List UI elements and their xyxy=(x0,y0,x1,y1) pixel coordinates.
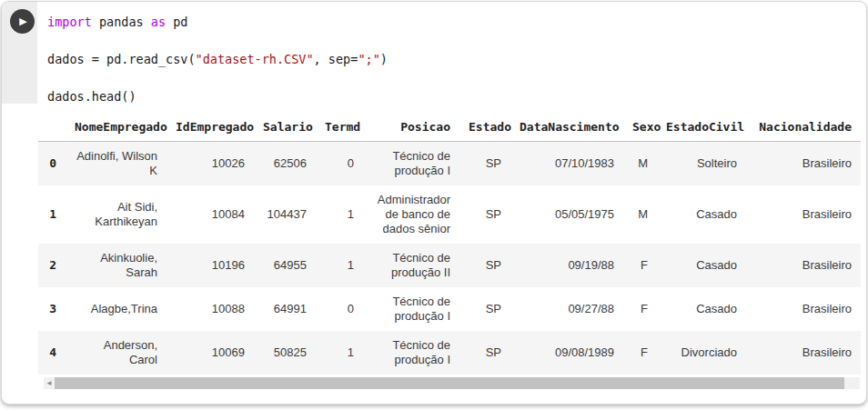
horizontal-scrollbar[interactable]: ◄ xyxy=(44,377,860,389)
table-cell: SP xyxy=(459,244,510,287)
column-header-salario: Salario xyxy=(254,115,316,142)
table-cell: Casado xyxy=(657,287,746,331)
table-cell: 1 xyxy=(316,244,363,287)
row-index: 2 xyxy=(38,244,66,287)
table-cell: F xyxy=(623,244,657,287)
table-cell: Administrador de banco de dados sênior xyxy=(363,185,459,244)
table-cell: F xyxy=(623,331,657,375)
table-cell: Akinkuolie, Sarah xyxy=(66,244,167,287)
run-cell-button[interactable]: ▶ xyxy=(10,9,35,34)
table-cell: Brasileiro xyxy=(746,142,861,186)
code-token: import xyxy=(47,15,92,29)
column-header-estado: Estado xyxy=(459,115,510,142)
code-line: dados.head() xyxy=(47,87,857,106)
table-cell: Técnico de produção II xyxy=(363,244,459,287)
table-cell: Solteiro xyxy=(657,142,746,186)
table-cell: Brasileiro xyxy=(746,244,861,287)
table-cell: Técnico de produção I xyxy=(363,331,459,375)
table-cell: 07/10/1983 xyxy=(510,142,623,186)
code-token: pd xyxy=(166,15,187,29)
notebook-cell: ▶ import pandas as pd dados = pd.read_cs… xyxy=(1,1,867,405)
table-cell: Anderson, Carol xyxy=(66,331,167,375)
row-index: 3 xyxy=(38,287,66,331)
table-cell: 62506 xyxy=(254,142,316,186)
table-row: 1 Ait Sidi, Karthikeyan 10084 104437 1 A… xyxy=(38,185,861,244)
table-cell: F xyxy=(623,287,657,331)
index-corner xyxy=(38,115,66,142)
table-cell: 10069 xyxy=(167,331,254,375)
header-row: NomeEmpregado IdEmpregado Salario Termd … xyxy=(38,115,861,142)
table-row: 4 Anderson, Carol 10069 50825 1 Técnico … xyxy=(38,331,861,375)
table-cell: Ait Sidi, Karthikeyan xyxy=(66,185,167,244)
table-row: 2 Akinkuolie, Sarah 10196 64955 1 Técnic… xyxy=(38,244,861,287)
code-token: "dataset-rh.CSV" xyxy=(196,52,314,66)
dataframe-output: NomeEmpregado IdEmpregado Salario Termd … xyxy=(38,115,861,375)
code-token: as xyxy=(151,15,166,29)
table-cell: 09/27/88 xyxy=(510,287,623,331)
table-cell: SP xyxy=(459,331,510,375)
table-cell: 104437 xyxy=(254,185,316,244)
code-token: , sep= xyxy=(314,52,358,66)
table-cell: 0 xyxy=(316,287,363,331)
table-cell: SP xyxy=(459,287,510,331)
table-cell: 1 xyxy=(316,331,363,375)
table-cell: SP xyxy=(459,142,510,186)
column-header-datanascimento: DataNascimento xyxy=(510,115,623,142)
table-cell: Brasileiro xyxy=(746,185,861,244)
table-cell: 1 xyxy=(316,185,363,244)
play-icon: ▶ xyxy=(19,16,26,26)
table-cell: M xyxy=(623,142,657,186)
scrollbar-thumb[interactable] xyxy=(55,377,844,389)
table-cell: 10088 xyxy=(167,287,254,331)
table-cell: 05/05/1975 xyxy=(510,185,623,244)
code-token: ";" xyxy=(358,52,379,66)
table-cell: 10026 xyxy=(167,142,254,186)
table-cell: 09/08/1989 xyxy=(510,331,623,375)
column-header-termd: Termd xyxy=(316,115,363,142)
column-header-posicao: Posicao xyxy=(363,115,459,142)
table-cell: 50825 xyxy=(254,331,316,375)
table-cell: Técnico de produção I xyxy=(363,142,459,186)
code-token: dados = pd.read_csv( xyxy=(47,52,196,66)
column-header-estadocivil: EstadoCivil xyxy=(657,115,746,142)
code-token: ) xyxy=(380,52,388,66)
table-cell: 09/19/88 xyxy=(510,244,623,287)
table-cell: 10084 xyxy=(167,185,254,244)
dataframe-table: NomeEmpregado IdEmpregado Salario Termd … xyxy=(38,115,861,375)
table-cell: Alagbe,Trina xyxy=(66,287,167,331)
column-header-nomeempregado: NomeEmpregado xyxy=(66,115,167,142)
table-cell: Brasileiro xyxy=(746,287,861,331)
code-line: dados = pd.read_csv("dataset-rh.CSV", se… xyxy=(47,50,857,69)
code-token: dados.head() xyxy=(47,89,136,104)
table-cell: 10196 xyxy=(167,244,254,287)
table-cell: SP xyxy=(459,185,510,244)
row-index: 1 xyxy=(38,185,66,244)
table-cell: Casado xyxy=(657,185,746,244)
column-header-sexo: Sexo xyxy=(623,115,657,142)
row-index: 4 xyxy=(38,331,66,375)
table-cell: M xyxy=(623,185,657,244)
code-editor[interactable]: import pandas as pd dados = pd.read_csv(… xyxy=(47,13,857,125)
scroll-left-arrow-icon: ◄ xyxy=(45,379,53,387)
table-cell: 64991 xyxy=(254,287,316,331)
column-header-nacionalidade: Nacionalidade xyxy=(746,115,861,142)
code-line: import pandas as pd xyxy=(47,13,857,32)
table-cell: Brasileiro xyxy=(746,331,861,375)
table-cell: 0 xyxy=(316,142,363,186)
code-token: pandas xyxy=(92,15,151,29)
table-cell: Divorciado xyxy=(657,331,746,375)
scroll-left-button[interactable]: ◄ xyxy=(44,377,55,389)
table-row: 3 Alagbe,Trina 10088 64991 0 Técnico de … xyxy=(38,287,861,331)
table-cell: Casado xyxy=(657,244,746,287)
table-cell: Técnico de produção I xyxy=(363,287,459,331)
table-row: 0 Adinolfi, Wilson K 10026 62506 0 Técni… xyxy=(38,142,861,186)
table-cell: Adinolfi, Wilson K xyxy=(66,142,167,186)
column-header-idempregado: IdEmpregado xyxy=(167,115,254,142)
table-cell: 64955 xyxy=(254,244,316,287)
row-index: 0 xyxy=(38,142,66,186)
